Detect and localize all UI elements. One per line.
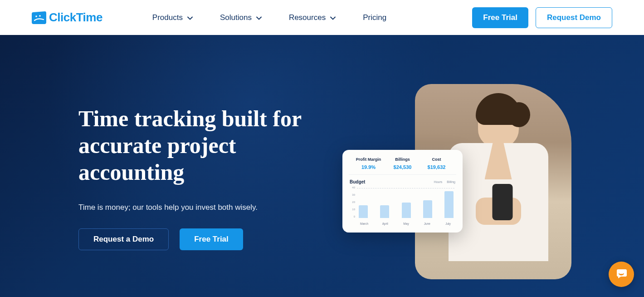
svg-point-1 [39,15,41,17]
nav-products[interactable]: Products [152,13,193,22]
chevron-down-icon [187,13,193,22]
nav-label: Pricing [363,13,386,22]
nav-label: Solutions [220,13,252,22]
metric-label: Cost [420,157,454,162]
chat-icon [615,267,628,282]
nav-pricing[interactable]: Pricing [363,13,386,22]
chart-x-axis: MarchAprilMayJuneJuly [359,222,454,225]
chart-x-label: July [443,222,454,225]
chat-launcher-button[interactable] [609,262,634,287]
budget-tabs: Hours Billing [434,180,455,183]
metric-billings: Billings $24,530 [385,157,420,170]
chart-bar [402,203,411,218]
header-actions: Free Trial Request Demo [472,7,612,28]
budget-header: Budget Hours Billing [349,175,456,186]
chart-bar [359,205,368,218]
budget-tab-billing[interactable]: Billing [447,180,455,183]
dashboard-card: Profit Margin 19.9% Billings $24,530 Cos… [342,150,463,233]
hero-content: Time tracking built for accurate project… [78,105,332,250]
chart-x-label: March [359,222,370,225]
metric-label: Profit Margin [351,157,385,162]
logo[interactable]: ClickTime [32,10,102,25]
chart-bar [423,200,432,218]
hero-actions: Request a Demo Free Trial [78,228,332,250]
nav-resources[interactable]: Resources [289,13,336,22]
metric-cost: Cost $19,632 [420,157,454,170]
nav-label: Products [152,13,183,22]
budget-tab-hours[interactable]: Hours [434,180,443,183]
budget-chart: 40 30 20 10 0 MarchAprilMayJuneJuly [349,186,456,226]
main-nav: Products Solutions Resources Pricing [152,13,386,22]
chart-x-label: May [401,222,412,225]
hero-section: Time tracking built for accurate project… [0,35,644,297]
chart-bar [380,205,389,218]
metrics-row: Profit Margin 19.9% Billings $24,530 Cos… [349,157,456,175]
metric-value: $19,632 [420,164,454,170]
logo-text: ClickTime [49,10,102,25]
chart-bar [444,191,454,218]
hero-free-trial-button[interactable]: Free Trial [180,228,243,250]
chart-x-label: April [380,222,390,225]
hero-title: Time tracking built for accurate project… [78,105,332,186]
chevron-down-icon [330,13,336,22]
metric-label: Billings [385,157,420,162]
metric-profit-margin: Profit Margin 19.9% [351,157,385,170]
hero-subtitle: Time is money; our tools help you invest… [78,203,332,212]
metric-value: 19.9% [351,164,385,170]
nav-solutions[interactable]: Solutions [220,13,262,22]
budget-label: Budget [350,179,365,184]
free-trial-button[interactable]: Free Trial [472,7,528,28]
site-header: ClickTime Products Solutions Resources P… [0,0,644,35]
hero-request-demo-button[interactable]: Request a Demo [78,228,169,250]
metric-value: $24,530 [385,164,420,170]
request-demo-button[interactable]: Request Demo [536,7,612,28]
hero-image: Profit Margin 19.9% Billings $24,530 Cos… [415,84,571,279]
chevron-down-icon [256,13,262,22]
logo-icon [32,11,46,24]
svg-point-0 [35,15,37,17]
chart-bars [359,190,454,218]
chart-x-label: June [422,222,433,225]
nav-label: Resources [289,13,326,22]
chart-y-axis: 40 30 20 10 0 [349,186,355,218]
